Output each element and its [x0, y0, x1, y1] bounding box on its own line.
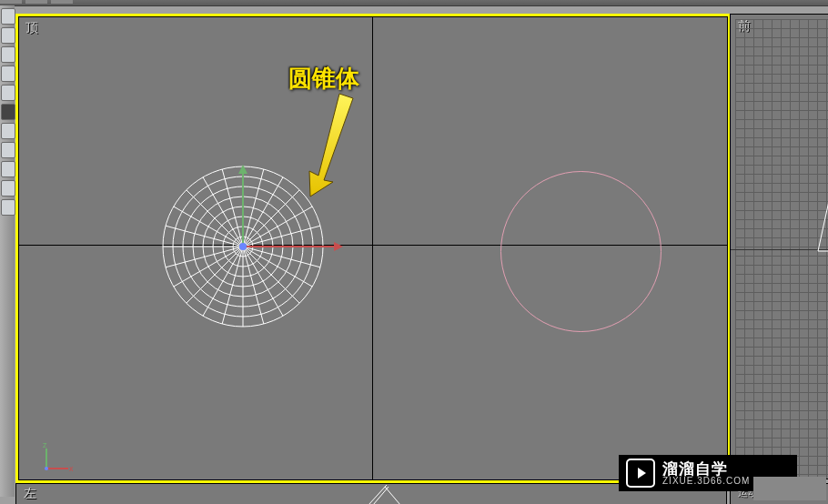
svg-line-23 [187, 190, 243, 247]
tool-icon[interactable] [1, 142, 15, 158]
svg-line-31 [243, 226, 320, 247]
toolbar-btn[interactable] [25, 0, 47, 4]
watermark-brand: 溜溜自学 [662, 461, 750, 477]
toolbar-btn[interactable] [0, 0, 22, 4]
viewport-layout: 顶 [15, 5, 828, 504]
play-icon [626, 459, 655, 488]
svg-line-13 [243, 247, 264, 324]
tool-icon[interactable] [1, 161, 15, 177]
tool-icon[interactable] [1, 8, 15, 25]
svg-line-19 [166, 247, 243, 267]
front-axis-horizontal [731, 249, 828, 250]
svg-line-10 [243, 247, 312, 287]
axis-x-label: x [69, 464, 73, 473]
tool-icon[interactable] [1, 104, 15, 120]
svg-marker-32 [309, 94, 353, 197]
grid-axis-vertical [372, 16, 373, 480]
svg-point-35 [45, 467, 48, 470]
spline-circle[interactable] [500, 171, 661, 332]
axis-z-label: z [43, 441, 47, 449]
tool-icon[interactable] [1, 85, 15, 101]
gizmo-x-arrow-icon[interactable] [334, 242, 343, 251]
svg-line-28 [243, 177, 283, 247]
front-cone-silhouette [816, 201, 828, 256]
svg-line-21 [166, 226, 243, 247]
svg-line-29 [243, 190, 299, 247]
viewport-label-left: 左 [24, 486, 36, 502]
svg-line-37 [385, 487, 400, 504]
viewport-top[interactable]: 顶 [15, 14, 731, 483]
svg-line-25 [222, 169, 243, 247]
svg-line-27 [243, 169, 264, 247]
tool-icon[interactable] [1, 199, 15, 216]
tool-icon[interactable] [1, 180, 15, 197]
tool-icon[interactable] [1, 27, 15, 44]
gizmo-y-axis[interactable] [242, 174, 244, 247]
left-toolbar[interactable] [0, 5, 15, 497]
annotation-cone-label: 圆锥体 [288, 63, 359, 95]
svg-line-11 [243, 247, 299, 303]
svg-line-15 [222, 247, 243, 324]
viewport-label-top: 顶 [25, 20, 38, 36]
tool-icon[interactable] [1, 66, 15, 82]
viewport-nav-controls[interactable] [753, 477, 826, 500]
svg-line-30 [243, 207, 312, 247]
watermark-url: ZIXUE.3D66.COM [662, 477, 750, 486]
svg-line-12 [243, 247, 283, 316]
viewport-front[interactable]: 前 [730, 14, 828, 479]
svg-line-22 [174, 207, 243, 247]
gizmo-x-axis[interactable] [243, 246, 334, 247]
gizmo-center[interactable] [239, 243, 247, 250]
svg-line-9 [243, 247, 320, 267]
toolbar-btn[interactable] [51, 0, 73, 4]
svg-line-17 [187, 247, 243, 303]
tool-icon[interactable] [1, 123, 15, 139]
annotation-arrow-icon [289, 89, 362, 198]
svg-line-24 [203, 177, 243, 247]
gizmo-y-arrow-icon[interactable] [238, 165, 247, 174]
tool-icon[interactable] [1, 46, 15, 63]
svg-line-36 [373, 487, 389, 504]
axis-indicator-icon: z x [41, 441, 73, 473]
left-cone-silhouette [364, 485, 409, 504]
svg-line-16 [203, 247, 243, 316]
svg-line-18 [174, 247, 243, 287]
